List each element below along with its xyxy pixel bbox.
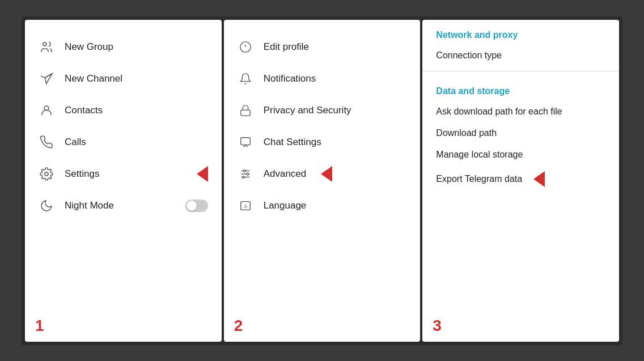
menu-item-settings[interactable]: Settings [25,158,222,190]
nightmode-icon [39,198,54,214]
menu-item-night-mode[interactable]: Night Mode [25,190,222,222]
panel-2: Edit profile Notifications Privacy and S… [224,20,421,342]
menu-item-contacts[interactable]: Contacts [25,95,222,126]
svg-point-16 [242,176,244,178]
advanced-icon [238,166,253,182]
svg-point-2 [45,172,48,176]
advanced-label: Advanced [264,168,307,180]
channel-icon [39,71,54,87]
menu-item-calls[interactable]: Calls [25,126,222,158]
download-path-item[interactable]: Download path [422,122,619,144]
export-data-arrow-indicator [533,171,545,187]
settings-item-advanced[interactable]: Advanced [224,158,421,190]
notifications-label: Notifications [264,73,316,84]
panel-3: Network and proxy Connection type Data a… [422,20,619,342]
screenshot-container: New Group New Channel Contacts [22,16,622,345]
panel-2-number: 2 [234,317,243,335]
settings-item-language[interactable]: A Language [224,190,421,222]
menu-item-new-channel[interactable]: New Channel [25,63,222,95]
export-data-item[interactable]: Export Telegram data [422,165,619,193]
panel-3-number: 3 [433,317,442,335]
ask-download-item[interactable]: Ask download path for each file [422,101,619,122]
language-label: Language [264,200,307,211]
svg-rect-6 [240,110,250,116]
language-icon: A [238,198,253,214]
new-channel-label: New Channel [65,73,208,84]
settings-item-edit-profile[interactable]: Edit profile [224,31,421,63]
panel-1: New Group New Channel Contacts [25,20,222,342]
settings-item-chat-settings[interactable]: Chat Settings [224,126,421,158]
ask-download-label: Ask download path for each file [436,107,562,117]
svg-text:A: A [243,203,247,209]
connection-type-item[interactable]: Connection type [422,45,619,66]
group-icon [39,39,54,55]
calls-label: Calls [65,137,208,148]
network-proxy-header: Network and proxy [422,20,619,45]
settings-label: Settings [65,168,182,180]
settings-icon [39,166,54,182]
contacts-label: Contacts [65,105,208,116]
manage-local-item[interactable]: Manage local storage [422,144,619,165]
night-mode-label: Night Mode [65,200,175,211]
download-path-label: Download path [436,128,497,138]
export-data-label: Export Telegram data [436,174,522,184]
lock-icon [238,103,253,118]
chat-settings-label: Chat Settings [264,137,321,148]
section-divider [422,71,619,71]
contacts-icon [39,103,54,118]
settings-item-privacy-security[interactable]: Privacy and Security [224,95,421,126]
privacy-security-label: Privacy and Security [264,105,351,116]
bell-icon [238,71,253,87]
edit-profile-label: Edit profile [264,41,309,53]
settings-arrow-indicator [197,166,208,182]
chat-icon [238,134,253,150]
menu-item-new-group[interactable]: New Group [25,31,222,63]
advanced-arrow-indicator [321,166,332,182]
manage-local-label: Manage local storage [436,150,523,160]
svg-rect-7 [240,137,250,145]
calls-icon [39,134,54,150]
new-group-label: New Group [65,41,208,53]
svg-point-15 [247,173,249,175]
settings-item-notifications[interactable]: Notifications [224,63,421,95]
svg-point-0 [43,43,46,46]
info-icon [238,39,253,55]
svg-point-14 [243,169,245,172]
night-mode-toggle[interactable] [185,199,208,212]
data-storage-header: Data and storage [422,76,619,101]
panel-1-number: 1 [35,317,44,335]
connection-type-label: Connection type [436,50,502,61]
